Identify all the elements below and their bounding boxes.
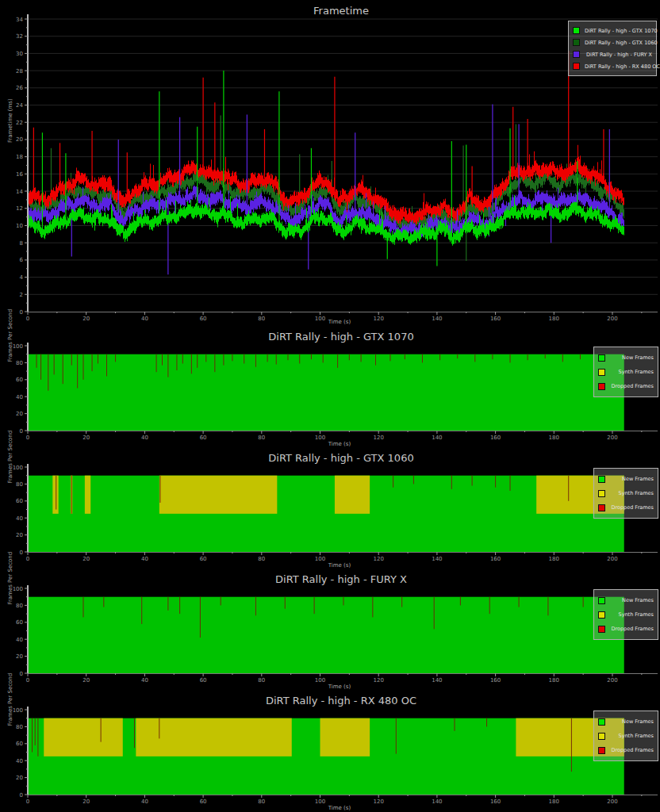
y-tick-label: 4 (20, 274, 24, 281)
dropped-frames-swatch (598, 626, 605, 633)
fps-x-axis-label: Time (s) (28, 562, 651, 569)
fps-x-axis-label: Time (s) (28, 684, 651, 690)
frametime-y-axis-label: Frametime (ms) (7, 98, 13, 143)
fps-chart-section-rx480: 020406080100020406080100120140160180200 … (0, 691, 660, 812)
x-tick-label: 60 (200, 677, 207, 684)
y-tick-label: 0 (20, 309, 23, 316)
frametime-x-axis-label: Time (s) (28, 319, 651, 325)
fcat-benchmark-screen: 0246810121416182022242628303234020406080… (0, 0, 660, 812)
frametime-chart-title: Frametime (28, 5, 654, 17)
y-tick-label: 80 (16, 481, 23, 488)
x-tick-label: 100 (315, 435, 325, 441)
y-tick-label: 12 (16, 205, 23, 212)
synth-frames-swatch (598, 611, 605, 619)
legend-item-dropped-frames: Dropped Frames (598, 743, 654, 757)
legend-item-furyx: DiRT Rally - high - FURY X (573, 48, 652, 60)
fps-x-axis-label: Time (s) (28, 441, 651, 447)
dropped-frames-swatch (598, 383, 605, 390)
fps-legend: New Frames Synth Frames Dropped Frames (593, 589, 658, 640)
fps-legend: New Frames Synth Frames Dropped Frames (593, 710, 658, 761)
x-tick-label: 100 (315, 799, 325, 805)
legend-item-gtx1060: DiRT Rally - high - GTX 1060 (573, 36, 652, 48)
x-tick-label: 140 (432, 556, 442, 562)
fps-legend: New Frames Synth Frames Dropped Frames (593, 347, 658, 397)
gridlines (28, 19, 658, 294)
y-tick-label: 14 (16, 189, 23, 195)
y-tick-label: 0 (20, 671, 23, 677)
fps-chart-section-gtx1060: 020406080100020406080100120140160180200 … (0, 448, 660, 569)
fps-chart-title: DiRT Rally - high - RX 480 OC (28, 695, 654, 707)
legend-item-synth-frames: Synth Frames (598, 365, 654, 379)
legend-label: Synth Frames (610, 611, 654, 618)
legend-item-new-frames: New Frames (598, 472, 654, 486)
fps-legend: New Frames Synth Frames Dropped Frames (593, 468, 658, 519)
y-tick-label: 30 (16, 51, 23, 57)
legend-item-dropped-frames: Dropped Frames (598, 500, 654, 515)
series-swatch-furyx (573, 51, 580, 58)
y-tick-label: 40 (16, 515, 23, 522)
x-tick-label: 200 (607, 556, 617, 562)
y-tick-label: 24 (16, 102, 23, 109)
fps-plot-rx480: 020406080100020406080100120140160180200 (0, 691, 660, 812)
synth-frames-region (335, 476, 370, 514)
synth-frames-region (52, 476, 58, 514)
legend-label: DiRT Rally - high - FURY X (585, 52, 652, 58)
y-tick-label: 80 (16, 603, 23, 609)
legend-label: Synth Frames (610, 490, 654, 496)
fps-chart-title: DiRT Rally - high - GTX 1060 (28, 452, 654, 464)
y-tick-label: 0 (20, 792, 23, 799)
dropped-frames-swatch (598, 747, 605, 754)
x-tick-label: 80 (258, 799, 265, 805)
x-tick-label: 20 (82, 677, 90, 684)
x-tick-label: 0 (26, 435, 29, 441)
x-tick-label: 60 (200, 435, 207, 441)
synth-frames-region (320, 718, 370, 756)
x-tick-label: 80 (258, 556, 265, 562)
y-tick-label: 40 (16, 637, 23, 643)
synth-frames-swatch (598, 733, 605, 740)
y-tick-label: 0 (20, 550, 23, 556)
x-tick-label: 160 (490, 799, 501, 805)
legend-item-synth-frames: Synth Frames (598, 729, 654, 743)
legend-label: Dropped Frames (610, 747, 654, 753)
x-tick-label: 0 (26, 556, 29, 562)
x-tick-label: 200 (607, 435, 617, 441)
y-tick-label: 60 (16, 377, 23, 383)
x-tick-label: 180 (549, 677, 559, 684)
legend-label: DiRT Rally - high - GTX 1060 (585, 40, 658, 46)
x-tick-label: 180 (549, 799, 559, 805)
legend-label: DiRT Rally - high - GTX 1070 (585, 28, 658, 34)
x-tick-label: 200 (607, 799, 617, 805)
x-tick-label: 120 (374, 435, 384, 441)
legend-label: Synth Frames (610, 733, 654, 739)
y-tick-label: 22 (16, 120, 23, 126)
y-tick-label: 10 (16, 223, 23, 229)
x-tick-label: 140 (432, 677, 442, 684)
y-tick-label: 40 (16, 758, 23, 764)
frametime-chart-section: 0246810121416182022242628303234020406080… (0, 0, 660, 327)
x-tick-label: 40 (141, 435, 148, 441)
legend-label: Dropped Frames (610, 504, 654, 511)
new-frames-swatch (598, 718, 605, 726)
frametime-legend: DiRT Rally - high - GTX 1070 DiRT Rally … (568, 21, 657, 76)
fps-plot-gtx1070: 020406080100020406080100120140160180200 (0, 327, 660, 448)
y-tick-label: 6 (20, 257, 24, 263)
y-tick-label: 16 (16, 171, 23, 178)
x-tick-label: 40 (141, 677, 148, 684)
synth-frames-swatch (598, 369, 605, 376)
new-frames-area (29, 597, 624, 673)
y-tick-label: 0 (20, 428, 23, 435)
fps-y-axis-label: Frames Per Second (7, 309, 13, 362)
synth-frames-region (44, 718, 122, 756)
legend-item-gtx1070: DiRT Rally - high - GTX 1070 (573, 25, 652, 36)
fps-chart-section-gtx1070: 020406080100020406080100120140160180200 … (0, 327, 660, 448)
y-tick-label: 80 (16, 724, 23, 730)
x-tick-label: 0 (26, 677, 29, 684)
synth-frames-swatch (598, 490, 605, 497)
x-tick-label: 100 (315, 677, 325, 684)
x-tick-label: 60 (200, 556, 207, 562)
new-frames-swatch (598, 597, 605, 604)
legend-item-synth-frames: Synth Frames (598, 607, 654, 622)
x-tick-label: 20 (82, 556, 90, 562)
x-tick-label: 80 (258, 677, 265, 684)
